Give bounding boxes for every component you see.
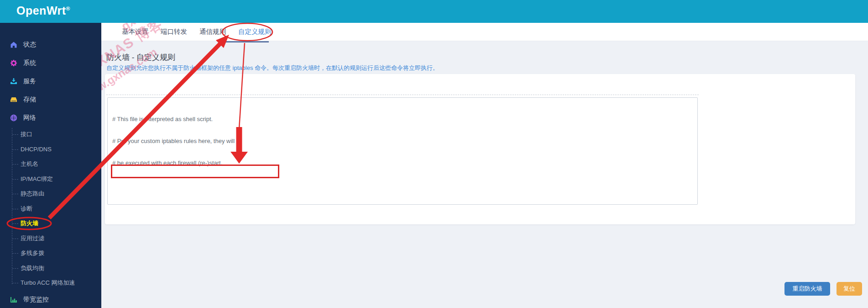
home-icon: [10, 41, 17, 48]
sidebar-item-bandwidth-monitor[interactable]: 带宽监控: [0, 291, 101, 308]
sub-item-label: 诊断: [21, 205, 32, 213]
tab-custom-rules[interactable]: 自定义规则: [238, 27, 272, 36]
tab-general-settings[interactable]: 基本设置: [121, 27, 149, 36]
sub-item-label: 多线多拨: [21, 249, 44, 257]
tab-port-forwards[interactable]: 端口转发: [160, 27, 188, 36]
sidebar-item-label: 带宽监控: [23, 296, 49, 304]
rule-line: # Put your custom iptables rules here, t…: [112, 138, 693, 145]
sidebar-item-status[interactable]: 状态: [0, 36, 101, 54]
rule-line: # be executed with each firewall (re-)st…: [112, 159, 693, 167]
sidebar-item-multi-wan[interactable]: 多线多拨: [0, 246, 101, 261]
sub-item-label: DHCP/DNS: [21, 146, 52, 153]
page-title: 防火墙 - 自定义规则: [106, 52, 175, 63]
sidebar-item-storage[interactable]: 存储: [0, 90, 101, 109]
gear-icon: [10, 59, 17, 67]
sidebar-item-interfaces[interactable]: 接口: [0, 127, 101, 142]
rule-line: [112, 181, 693, 189]
sub-item-label: 负载均衡: [21, 264, 44, 272]
sidebar-item-label: 存储: [23, 96, 36, 104]
sidebar-item-diagnostics[interactable]: 诊断: [0, 202, 101, 217]
sidebar-item-system[interactable]: 系统: [0, 54, 101, 72]
network-submenu: 接口 DHCP/DNS 主机名 IP/MAC绑定 静态路由 诊断 防火墙 应用过…: [0, 127, 101, 291]
sidebar-item-firewall[interactable]: 防火墙: [0, 216, 101, 231]
custom-rules-textarea[interactable]: # This file is interpreted as shell scri…: [107, 97, 698, 205]
sidebar-item-app-filter[interactable]: 应用过滤: [0, 231, 101, 246]
sidebar-item-label: 状态: [23, 41, 36, 49]
registered-mark: ®: [66, 5, 70, 12]
openwrt-logo[interactable]: OpenWrt®: [16, 4, 70, 17]
textarea-resize-handle[interactable]: [691, 198, 696, 203]
sub-item-label: 接口: [21, 130, 32, 138]
sub-item-label: Turbo ACC 网络加速: [21, 279, 75, 287]
sidebar-item-load-balance[interactable]: 负载均衡: [0, 261, 101, 276]
sub-item-label: 应用过滤: [21, 234, 44, 243]
sidebar-item-label: 服务: [23, 77, 36, 85]
sidebar-item-label: 网络: [23, 114, 36, 122]
rule-line: # Internal uci firewall chains are flush…: [112, 203, 693, 205]
chart-icon: [10, 296, 17, 303]
sidebar-item-label: 系统: [23, 59, 36, 67]
sidebar-item-network[interactable]: 网络: [0, 109, 101, 127]
sidebar-item-ip-mac-bind[interactable]: IP/MAC绑定: [0, 172, 101, 187]
sidebar-item-services[interactable]: 服务: [0, 72, 101, 90]
sidebar-item-hostname[interactable]: 主机名: [0, 157, 101, 172]
sub-item-label: IP/MAC绑定: [21, 175, 53, 183]
sub-item-label: 静态路由: [21, 190, 44, 198]
sidebar-nav: 状态 系统 服务: [0, 23, 101, 308]
sub-item-label: 主机名: [21, 160, 38, 168]
rule-line: # This file is interpreted as shell scri…: [112, 116, 693, 123]
active-tab-underline: [225, 41, 269, 42]
sidebar-item-dhcp-dns[interactable]: DHCP/DNS: [0, 142, 101, 157]
storage-icon: [10, 96, 17, 103]
restart-firewall-button[interactable]: 重启防火墙: [784, 282, 830, 296]
sub-item-label: 防火墙: [21, 219, 38, 228]
sidebar-item-turbo-acc[interactable]: Turbo ACC 网络加速: [0, 276, 101, 291]
page-description: 自定义规则允许您执行不属于防火墙框架的任意 iptables 命令。每次重启防火…: [106, 64, 439, 72]
globe-icon: [10, 114, 17, 122]
sidebar-item-static-route[interactable]: 静态路由: [0, 186, 101, 202]
reset-button[interactable]: 复位: [837, 282, 862, 296]
firewall-tab-bar: 基本设置 端口转发 通信规则 自定义规则: [101, 23, 868, 41]
download-icon: [10, 78, 17, 85]
top-bar: OpenWrt®: [0, 0, 868, 23]
tab-traffic-rules[interactable]: 通信规则: [199, 27, 226, 36]
section-divider: [106, 95, 699, 95]
logo-text: OpenWrt: [16, 4, 66, 17]
